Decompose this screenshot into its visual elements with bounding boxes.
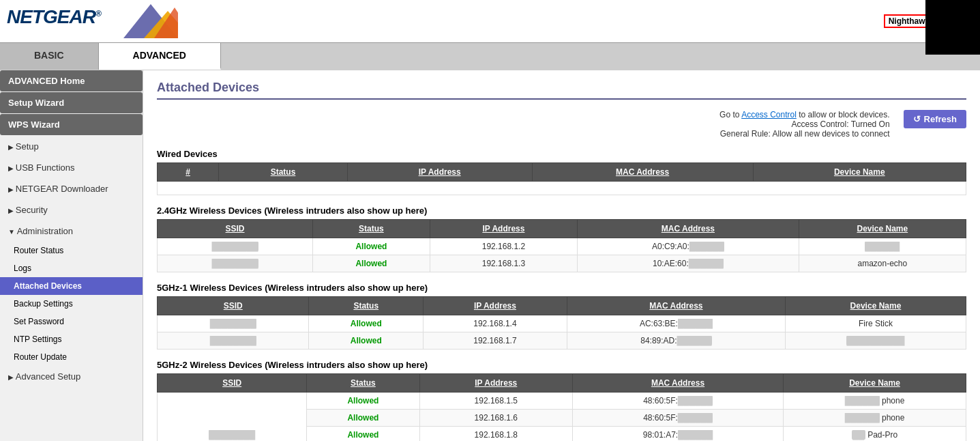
ip-cell: 192.168.1.6 (419, 410, 572, 427)
mac-cell: 84:89:AD:██████ (567, 332, 785, 350)
refresh-button[interactable]: ↺ Refresh (904, 110, 966, 128)
status-cell: Allowed (309, 332, 423, 350)
status-cell: Allowed (309, 315, 423, 332)
table-row: ████████ Allowed 192.168.1.3 10:AE:60:██… (158, 255, 966, 272)
tab-basic[interactable]: BASIC (0, 43, 99, 70)
sidebar-sub-ntp-settings[interactable]: NTP Settings (0, 330, 143, 348)
refresh-label: Refresh (924, 114, 957, 124)
ip-cell: 192.168.1.2 (430, 238, 577, 255)
table-row: ████████ Allowed 192.168.1.5 48:60:5F:██… (158, 393, 966, 410)
status-cell: Allowed (307, 393, 419, 410)
sidebar-section-usb[interactable]: USB Functions (0, 157, 143, 178)
sidebar-section-advanced-setup[interactable]: Advanced Setup (0, 366, 143, 387)
sidebar-section-security[interactable]: Security (0, 199, 143, 220)
logo: NETGEAR® (7, 6, 101, 27)
sidebar-item-setup-wizard[interactable]: Setup Wizard (0, 92, 143, 113)
name-cell: ██████ phone (784, 410, 966, 427)
wireless-24-table: SSID Status IP Address MAC Address Devic… (157, 219, 966, 272)
mac-cell: 48:60:5F:██████ (573, 410, 784, 427)
wireless-5g2-table: SSID Status IP Address MAC Address Devic… (157, 373, 966, 441)
w5g2-col-name[interactable]: Device Name (784, 374, 966, 393)
wired-col-status[interactable]: Status (219, 163, 347, 182)
table-row: ████████ Allowed 192.168.1.4 AC:63:BE:██… (158, 315, 966, 332)
w24-col-ip[interactable]: IP Address (430, 220, 577, 238)
wired-col-name[interactable]: Device Name (753, 163, 966, 182)
mac-cell: A0:C9:A0:██████ (578, 238, 799, 255)
w5g1-col-ssid[interactable]: SSID (158, 297, 309, 315)
sidebar-section-downloader[interactable]: NETGEAR Downloader (0, 178, 143, 199)
sidebar-item-wps-wizard[interactable]: WPS Wizard (0, 114, 143, 135)
tab-advanced[interactable]: ADVANCED (99, 43, 221, 70)
wired-section-title: Wired Devices (157, 149, 966, 159)
ssid-blurred: ████████ (210, 319, 256, 328)
wireless-5g1-section-title: 5GHz-1 Wireless Devices (Wireless intrud… (157, 283, 966, 293)
wireless-5g2-section-title: 5GHz-2 Wireless Devices (Wireless intrud… (157, 360, 966, 370)
mac-cell: AC:63:BE:██████ (567, 315, 785, 332)
w24-col-ssid[interactable]: SSID (158, 220, 313, 238)
ssid-blurred: ████████ (210, 336, 256, 345)
access-status-line2: General Rule: Allow all new devices to c… (523, 129, 889, 139)
w5g2-col-ssid[interactable]: SSID (158, 374, 307, 393)
ssid-blurred: ████████ (212, 242, 258, 251)
name-cell: ██████ phone (784, 393, 966, 410)
access-control-suffix: to allow or block devices. (799, 110, 889, 119)
ip-cell: 192.168.1.5 (419, 393, 572, 410)
w24-col-status[interactable]: Status (313, 220, 430, 238)
sidebar-sub-attached-devices[interactable]: Attached Devices (0, 277, 143, 295)
sidebar-sub-router-status[interactable]: Router Status (0, 242, 143, 259)
status-cell: Allowed (307, 410, 419, 427)
mac-cell: 10:AE:60:██████ (578, 255, 799, 272)
wired-empty-row (158, 182, 966, 195)
refresh-icon: ↺ (913, 114, 921, 124)
status-cell: Allowed (307, 427, 419, 442)
black-box (925, 0, 980, 55)
ssid-blurred: ████████ (209, 430, 255, 440)
status-cell: Allowed (313, 255, 430, 272)
sidebar-sub-backup-settings[interactable]: Backup Settings (0, 295, 143, 313)
name-cell: ██████ (799, 238, 966, 255)
table-row: ████████ Allowed 192.168.1.2 A0:C9:A0:██… (158, 238, 966, 255)
sidebar-sub-router-update[interactable]: Router Update (0, 348, 143, 366)
name-cell: ██ Pad-Pro (784, 427, 966, 442)
ip-cell: 192.168.1.3 (430, 255, 577, 272)
w5g2-col-ip[interactable]: IP Address (419, 374, 572, 393)
w5g1-col-mac[interactable]: MAC Address (567, 297, 785, 315)
wired-col-mac[interactable]: MAC Address (532, 163, 753, 182)
wireless-5g1-table: SSID Status IP Address MAC Address Devic… (157, 296, 966, 350)
ssid-blurred: ████████ (212, 259, 258, 268)
ip-cell: 192.168.1.8 (419, 427, 572, 442)
w5g1-col-ip[interactable]: IP Address (423, 297, 567, 315)
ip-cell: 192.168.1.7 (423, 332, 567, 350)
wired-devices-table: # Status IP Address MAC Address Device N… (157, 162, 966, 195)
page-title: Attached Devices (157, 81, 966, 100)
w5g2-col-status[interactable]: Status (307, 374, 419, 393)
access-status-line1: Access Control: Turned On (523, 119, 889, 129)
wired-col-ip[interactable]: IP Address (347, 163, 532, 182)
goto-text: Go to (719, 110, 741, 119)
w24-col-name[interactable]: Device Name (799, 220, 966, 238)
w24-col-mac[interactable]: MAC Address (578, 220, 799, 238)
w5g1-col-name[interactable]: Device Name (785, 297, 966, 315)
wired-col-num[interactable]: # (158, 163, 219, 182)
w5g2-col-mac[interactable]: MAC Address (573, 374, 784, 393)
sidebar-sub-set-password[interactable]: Set Password (0, 313, 143, 330)
mac-cell: 48:60:5F:██████ (573, 393, 784, 410)
status-cell: Allowed (313, 238, 430, 255)
access-control-link[interactable]: Access Control (741, 110, 797, 119)
sidebar-section-administration[interactable]: Administration (0, 220, 143, 242)
access-control-text: Go to Access Control to allow or block d… (523, 110, 889, 139)
sidebar-section-setup[interactable]: Setup (0, 136, 143, 157)
ip-cell: 192.168.1.4 (423, 315, 567, 332)
w5g1-col-status[interactable]: Status (309, 297, 423, 315)
sidebar-sub-logs[interactable]: Logs (0, 259, 143, 277)
table-row: ████████ Allowed 192.168.1.7 84:89:AD:██… (158, 332, 966, 350)
wireless-24-section-title: 2.4GHz Wireless Devices (Wireless intrud… (157, 205, 966, 216)
name-cell: ██████████ (785, 332, 966, 350)
name-cell: Fire Stick (785, 315, 966, 332)
mac-cell: 98:01:A7:██████ (573, 427, 784, 442)
name-cell: amazon-echo (799, 255, 966, 272)
sidebar-item-advanced-home[interactable]: ADVANCED Home (0, 70, 143, 91)
